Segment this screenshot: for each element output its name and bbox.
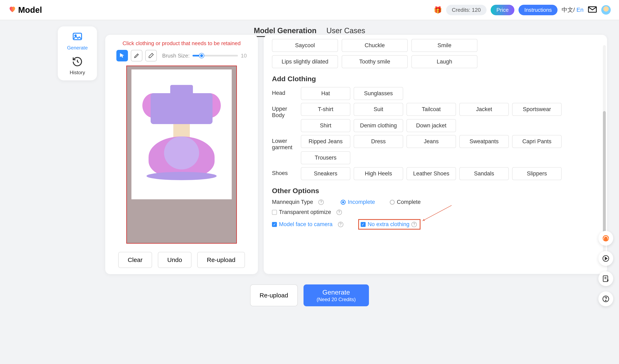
brand-logo[interactable]: Model [8, 5, 42, 15]
brand-name: Model [18, 5, 42, 15]
eraser-tool[interactable] [145, 50, 157, 61]
clothing-opt[interactable]: Hat [301, 87, 350, 100]
mannequin-incomplete-radio[interactable]: Incomplete [341, 199, 375, 205]
scrollbar-thumb[interactable] [603, 111, 606, 243]
clothing-opt[interactable]: Sunglasses [354, 87, 403, 100]
help-icon[interactable]: ? [411, 222, 417, 227]
language-switch[interactable]: 中文/ En [562, 6, 584, 14]
rail-generate-label: Generate [67, 45, 88, 51]
user-avatar[interactable] [601, 5, 611, 15]
expression-opt[interactable]: Chuckle [342, 39, 408, 52]
clothing-opt[interactable]: Ripped Jeans [301, 135, 350, 148]
support-icon[interactable] [598, 231, 613, 246]
face-to-camera-checkbox[interactable]: Model face to camera [272, 221, 333, 228]
pointer-tool[interactable] [116, 50, 128, 61]
outfit-illustration [149, 83, 215, 186]
clothing-opt[interactable]: Slippers [512, 167, 562, 180]
mannequin-type-label: Mannequin Type [272, 199, 313, 205]
expression-opt[interactable]: Laugh [411, 55, 478, 68]
bottom-action-bar: Re-upload Generate (Need 20 Credits) [0, 284, 619, 306]
instructions-button[interactable]: Instructions [519, 5, 558, 15]
heart-icon [8, 5, 16, 15]
no-extra-clothing-highlight: No extra clothing ? [358, 219, 421, 229]
play-icon[interactable] [598, 251, 613, 266]
cat-head-label: Head [272, 87, 297, 96]
no-extra-clothing-checkbox[interactable]: No extra clothing [361, 221, 409, 228]
add-clothing-title: Add Clothing [272, 75, 599, 83]
clothing-opt[interactable]: Capri Pants [512, 135, 562, 148]
expression-opt[interactable]: Lips slightly dilated [272, 55, 338, 68]
mail-icon[interactable] [588, 5, 597, 15]
generate-label: Generate [323, 288, 350, 297]
generate-cost: (Need 20 Credits) [317, 297, 356, 303]
canvas-frame[interactable] [126, 66, 237, 244]
clothing-opt[interactable]: Denim clothing [354, 119, 403, 132]
canvas-hint: Click clothing or product that needs to … [123, 40, 240, 47]
svg-rect-4 [603, 238, 604, 240]
help-circle-icon[interactable] [598, 291, 613, 306]
canvas-image [131, 69, 232, 199]
svg-rect-5 [607, 238, 608, 240]
brush-size-slider[interactable] [193, 55, 238, 56]
bottom-reupload-button[interactable]: Re-upload [250, 284, 297, 306]
canvas-toolbar: Brush Size: 10 [112, 50, 251, 61]
clothing-opt[interactable]: Sneakers [301, 167, 350, 180]
svg-point-9 [605, 300, 606, 301]
clothing-opt[interactable]: Suit [354, 103, 403, 116]
transparent-optimize-checkbox[interactable]: Transparent optimize [272, 209, 331, 216]
rail-history-label: History [70, 70, 85, 75]
rail-generate[interactable]: Generate [67, 31, 88, 51]
credits-chip[interactable]: Credits: 120 [446, 5, 487, 15]
help-icon[interactable]: ? [318, 200, 324, 205]
tool-rail: Generate History [58, 26, 97, 81]
clothing-opt[interactable]: Shirt [301, 119, 350, 132]
options-panel: Saycool Chuckle Smile Lips slightly dila… [264, 35, 607, 274]
clothing-opt[interactable]: T-shirt [301, 103, 350, 116]
other-options-title: Other Options [272, 187, 599, 195]
clothing-opt[interactable]: Dress [354, 135, 403, 148]
app-header: Model 🎁 Credits: 120 Price Instructions … [0, 0, 619, 20]
help-icon[interactable]: ? [337, 210, 342, 215]
brush-size-value: 10 [241, 53, 247, 59]
gift-icon[interactable]: 🎁 [434, 6, 442, 14]
cat-lower-label: Lower garment [272, 135, 297, 151]
clothing-opt[interactable]: Sportswear [512, 103, 562, 116]
clothing-opt[interactable]: Down jacket [407, 119, 456, 132]
clothing-opt[interactable]: Trousers [301, 151, 350, 164]
brush-size-label: Brush Size: [162, 53, 190, 59]
clothing-opt[interactable]: Leather Shoes [407, 167, 456, 180]
cat-shoes-label: Shoes [272, 167, 297, 176]
clothing-opt[interactable]: Jacket [459, 103, 509, 116]
rail-history[interactable]: History [70, 56, 85, 75]
undo-button[interactable]: Undo [158, 252, 192, 268]
clothing-opt[interactable]: Sweatpants [459, 135, 509, 148]
clothing-opt[interactable]: High Heels [354, 167, 403, 180]
canvas-panel: Click clothing or product that needs to … [105, 35, 258, 274]
expression-opt[interactable]: Smile [411, 39, 478, 52]
clothing-opt[interactable]: Jeans [407, 135, 456, 148]
pencil-tool[interactable] [131, 50, 142, 61]
cat-upper-label: Upper Body [272, 103, 297, 119]
svg-rect-1 [73, 33, 82, 40]
bottom-generate-button[interactable]: Generate (Need 20 Credits) [304, 284, 369, 306]
help-icon[interactable]: ? [338, 222, 343, 227]
price-button[interactable]: Price [491, 5, 514, 15]
clear-button[interactable]: Clear [118, 252, 152, 268]
clothing-opt[interactable]: Sandals [459, 167, 509, 180]
clothing-opt[interactable]: Tailcoat [407, 103, 456, 116]
edit-note-icon[interactable] [598, 271, 613, 286]
expression-opt[interactable]: Saycool [272, 39, 338, 52]
reupload-button[interactable]: Re-upload [197, 252, 245, 268]
mannequin-complete-radio[interactable]: Complete [390, 199, 421, 205]
expression-opt[interactable]: Toothy smile [342, 55, 408, 68]
